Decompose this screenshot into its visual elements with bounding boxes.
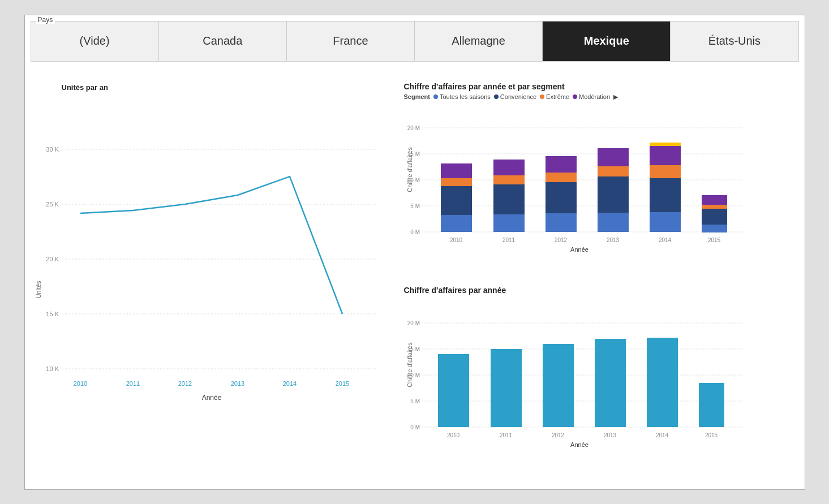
segment-chart-title: Chiffre d'affaires par année et par segm… xyxy=(404,82,799,91)
bar-2010-extreme xyxy=(441,178,472,186)
svg-text:2014: 2014 xyxy=(282,380,296,387)
svg-text:20 M: 20 M xyxy=(407,125,419,131)
svg-text:2012: 2012 xyxy=(178,380,191,387)
line-chart-svg: Unités 10 K 15 K 20 K 25 K 30 K 2010 201… xyxy=(31,92,387,420)
svg-text:15 K: 15 K xyxy=(46,311,59,317)
legend-moderation: Modération xyxy=(573,93,610,100)
svg-text:2013: 2013 xyxy=(603,432,616,438)
slicer-section: Pays (Vide)CanadaFranceAllemagneMexiqueÉ… xyxy=(31,21,799,62)
legend-label-saisons: Toutes les saisons xyxy=(440,93,491,100)
segment-label: Segment xyxy=(404,93,430,100)
svg-text:0 M: 0 M xyxy=(410,424,420,430)
bar-2011-moderation xyxy=(493,160,525,175)
bar-2015-saisons xyxy=(702,225,727,232)
legend-label-convenience: Convenience xyxy=(500,93,536,100)
slicer-tab-allemagne[interactable]: Allemagne xyxy=(415,21,543,61)
legend-dot-moderation xyxy=(573,94,577,99)
annual-chart-box: Chiffre d'affaires par année Chiffre d'a… xyxy=(404,286,799,485)
svg-text:2013: 2013 xyxy=(230,380,244,387)
dashboard-frame: Pays (Vide)CanadaFranceAllemagneMexiqueÉ… xyxy=(24,15,805,490)
segment-chart-legend: Segment Toutes les saisons Convenience E… xyxy=(404,93,799,101)
svg-text:2012: 2012 xyxy=(551,432,564,438)
svg-text:2013: 2013 xyxy=(606,237,619,243)
svg-text:2010: 2010 xyxy=(446,432,459,438)
svg-text:2015: 2015 xyxy=(335,380,349,387)
main-content: Unités par an Unités 10 K 15 K 20 K 25 K… xyxy=(25,62,805,489)
svg-text:Année: Année xyxy=(201,394,221,402)
line-y-label: Unités xyxy=(35,280,42,298)
bar-2012-convenience xyxy=(545,182,577,213)
bar-2012-moderation xyxy=(545,156,577,173)
slicer-tab-vide[interactable]: (Vide) xyxy=(31,21,159,61)
bar-2015-extreme xyxy=(702,205,727,209)
svg-text:10 K: 10 K xyxy=(46,365,59,372)
slicer-tab-etats-unis[interactable]: États-Unis xyxy=(671,21,798,61)
bar-2015-convenience xyxy=(702,209,727,225)
bar-2011-saisons xyxy=(493,214,525,232)
bar-annual-2012 xyxy=(543,344,574,427)
slicer-tab-mexique[interactable]: Mexique xyxy=(543,21,671,61)
svg-text:2012: 2012 xyxy=(554,237,567,243)
svg-text:Année: Année xyxy=(570,246,589,253)
legend-more-icon[interactable]: ▶ xyxy=(613,93,618,101)
bar-2014-saisons xyxy=(650,212,681,232)
svg-text:2011: 2011 xyxy=(499,432,512,438)
bar-2011-extreme xyxy=(493,175,525,184)
svg-text:2011: 2011 xyxy=(126,380,139,387)
annual-chart-svg: Chiffre d'affaires 0 M 5 M 10 M 15 M 20 … xyxy=(404,297,766,450)
svg-text:2010: 2010 xyxy=(449,237,462,243)
bar-annual-2014 xyxy=(647,338,678,427)
svg-text:2011: 2011 xyxy=(502,237,515,243)
svg-text:15 M: 15 M xyxy=(407,346,419,352)
bar-2013-extreme xyxy=(598,166,629,176)
line-chart-polyline xyxy=(80,176,342,314)
svg-text:2014: 2014 xyxy=(658,237,671,243)
svg-text:20 M: 20 M xyxy=(407,320,419,326)
bar-2013-saisons xyxy=(598,213,629,232)
legend-label-extreme: Extrême xyxy=(546,93,569,100)
right-panel: ▽ ⊡ ··· Chiffre d'affaires par année et … xyxy=(404,66,799,485)
line-chart-title: Unités par an xyxy=(62,83,398,92)
bar-annual-2011 xyxy=(491,349,522,427)
slicer-tabs: (Vide)CanadaFranceAllemagneMexiqueÉtats-… xyxy=(31,21,798,61)
bar-2013-convenience xyxy=(598,176,629,213)
legend-dot-saisons xyxy=(433,94,438,99)
legend-dot-convenience xyxy=(494,94,499,99)
bar-2014-moderation xyxy=(650,146,681,165)
legend-saisons: Toutes les saisons xyxy=(433,93,491,100)
svg-text:2010: 2010 xyxy=(73,380,87,387)
legend-label-moderation: Modération xyxy=(579,93,610,100)
svg-text:2014: 2014 xyxy=(655,432,668,438)
segment-chart-svg: Chiffre d'affaires 0 M 5 M 10 M 15 M 20 … xyxy=(404,102,766,255)
legend-convenience: Convenience xyxy=(494,93,536,100)
bar-2014-extreme xyxy=(650,165,681,178)
bar-2013-moderation xyxy=(598,148,629,166)
annual-chart-title: Chiffre d'affaires par année xyxy=(404,286,799,295)
svg-text:30 K: 30 K xyxy=(46,146,59,153)
svg-text:25 K: 25 K xyxy=(46,201,59,208)
bar-annual-2015 xyxy=(699,383,724,427)
svg-text:5 M: 5 M xyxy=(410,203,420,209)
svg-text:15 M: 15 M xyxy=(407,151,419,157)
left-panel: Unités par an Unités 10 K 15 K 20 K 25 K… xyxy=(31,66,398,485)
slicer-tab-canada[interactable]: Canada xyxy=(159,21,287,61)
legend-extreme: Extrême xyxy=(540,93,569,100)
svg-text:20 K: 20 K xyxy=(46,256,59,262)
bar-2010-moderation xyxy=(441,163,472,178)
segment-chart-box: Chiffre d'affaires par année et par segm… xyxy=(404,66,799,281)
bar-2012-saisons xyxy=(545,213,577,232)
svg-text:0 M: 0 M xyxy=(410,229,420,235)
svg-text:2015: 2015 xyxy=(705,432,718,438)
bar-2014-top xyxy=(650,143,681,146)
bar-2011-convenience xyxy=(493,184,525,214)
svg-text:2015: 2015 xyxy=(707,237,720,243)
bar-annual-2013 xyxy=(595,339,626,427)
slicer-label: Pays xyxy=(36,16,55,24)
svg-text:Année: Année xyxy=(570,441,589,448)
legend-dot-extreme xyxy=(540,94,544,99)
bar-2010-saisons xyxy=(441,215,472,232)
bar-2014-convenience xyxy=(650,178,681,212)
svg-text:10 M: 10 M xyxy=(407,177,419,183)
svg-text:10 M: 10 M xyxy=(407,372,419,378)
slicer-tab-france[interactable]: France xyxy=(287,21,415,61)
